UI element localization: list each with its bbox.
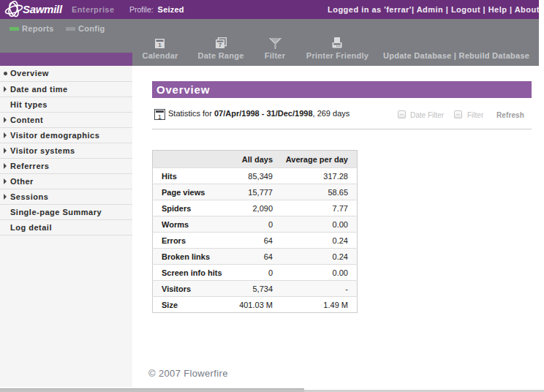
svg-text:1: 1: [158, 42, 162, 48]
svg-text:7: 7: [219, 42, 222, 48]
